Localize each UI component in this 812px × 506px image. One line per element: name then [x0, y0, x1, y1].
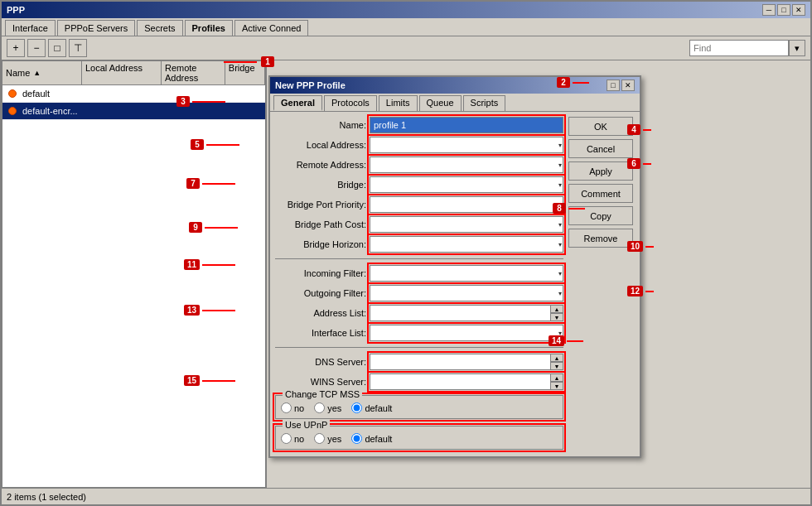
- tcp-mss-default-label[interactable]: default: [351, 402, 392, 413]
- list-item[interactable]: default-encr...: [2, 103, 265, 120]
- minimize-button[interactable]: ─: [762, 4, 776, 16]
- edit-button[interactable]: □: [48, 39, 66, 57]
- remote-address-select[interactable]: [370, 157, 563, 173]
- bridge-path-cost-label: Bridge Path Cost:: [275, 219, 366, 229]
- close-button[interactable]: ✕: [792, 4, 805, 16]
- tcp-mss-yes-label[interactable]: yes: [314, 402, 341, 413]
- col-header-local[interactable]: Local Address: [82, 61, 162, 84]
- comment-button[interactable]: Comment: [568, 184, 633, 203]
- form-separator-1: [275, 258, 563, 259]
- tcp-mss-yes-radio[interactable]: [314, 402, 325, 413]
- col-header-remote[interactable]: Remote Address: [162, 61, 225, 84]
- tab-active-connections[interactable]: Active Conned: [234, 20, 309, 36]
- bridge-path-cost-select[interactable]: [370, 216, 563, 233]
- dialog-form: Name: Local Address: ▾ Remote Address:: [275, 117, 563, 451]
- main-titlebar: PPP ─ □ ✕: [2, 2, 810, 18]
- use-upnp-group: Use UPnP no yes: [275, 426, 563, 450]
- remove-button[interactable]: Remove: [568, 229, 633, 248]
- bridge-path-cost-row: Bridge Path Cost: ▾: [275, 216, 563, 233]
- wins-server-row: WINS Server: ▲ ▼: [275, 373, 563, 390]
- bridge-port-priority-row: Bridge Port Priority: ▾: [275, 196, 563, 213]
- local-address-row: Local Address: ▾: [275, 137, 563, 153]
- filter-button[interactable]: ⊤: [69, 39, 87, 57]
- incoming-filter-select[interactable]: [370, 265, 563, 282]
- find-dropdown[interactable]: ▾: [789, 40, 805, 56]
- main-window-controls: ─ □ ✕: [762, 4, 805, 16]
- bridge-label: Bridge:: [275, 180, 366, 190]
- tab-general[interactable]: General: [273, 95, 322, 111]
- tab-scripts[interactable]: Scripts: [463, 95, 506, 111]
- interface-list-select[interactable]: [370, 325, 563, 341]
- apply-button[interactable]: Apply: [568, 161, 633, 181]
- cancel-button[interactable]: Cancel: [568, 139, 633, 158]
- dialog-close-button[interactable]: ✕: [621, 80, 635, 91]
- toolbar: + − □ ⊤ ▾: [2, 36, 810, 60]
- local-address-label: Local Address:: [275, 140, 366, 150]
- dns-server-spinners: ▲ ▼: [550, 354, 563, 370]
- address-list-up[interactable]: ▲: [550, 305, 563, 313]
- tcp-mss-default-radio[interactable]: [351, 402, 362, 413]
- wins-server-down[interactable]: ▼: [550, 382, 563, 390]
- tab-interface[interactable]: Interface: [5, 20, 56, 36]
- col-header-bridge[interactable]: Bridge: [225, 61, 265, 84]
- tcp-mss-no-radio[interactable]: [281, 402, 292, 413]
- dialog-body: Name: Local Address: ▾ Remote Address:: [270, 112, 640, 456]
- ok-button[interactable]: OK: [568, 117, 633, 136]
- dialog-buttons: OK Cancel Apply Comment Copy Remove: [568, 117, 635, 451]
- dns-server-field[interactable]: [370, 354, 550, 370]
- copy-button[interactable]: Copy: [568, 206, 633, 225]
- new-ppp-profile-dialog: New PPP Profile □ ✕ General Protocols Li…: [268, 75, 641, 458]
- status-text: 2 items (1 selected): [7, 492, 86, 502]
- tab-protocols[interactable]: Protocols: [324, 95, 377, 111]
- tcp-mss-no-label[interactable]: no: [281, 402, 304, 413]
- bridge-port-priority-label: Bridge Port Priority:: [275, 200, 366, 210]
- upnp-default-radio[interactable]: [351, 433, 362, 444]
- dns-server-down[interactable]: ▼: [550, 362, 563, 370]
- address-list-down[interactable]: ▼: [550, 313, 563, 321]
- add-button[interactable]: +: [7, 39, 25, 57]
- remote-address-label: Remote Address:: [275, 160, 366, 170]
- upnp-no-label[interactable]: no: [281, 433, 304, 444]
- main-window: PPP ─ □ ✕ Interface PPPoE Servers Secret…: [0, 0, 812, 506]
- dns-server-label: DNS Server:: [275, 357, 366, 367]
- upnp-default-label[interactable]: default: [351, 433, 392, 444]
- wins-server-spinners: ▲ ▼: [550, 373, 563, 390]
- wins-server-field[interactable]: [370, 373, 550, 390]
- col-header-name[interactable]: Name ▲: [2, 61, 82, 84]
- address-list-field[interactable]: [370, 305, 550, 321]
- profiles-list-panel: Name ▲ Local Address Remote Address Brid…: [2, 60, 267, 488]
- wins-server-up[interactable]: ▲: [550, 373, 563, 382]
- list-header: Name ▲ Local Address Remote Address Brid…: [2, 61, 265, 85]
- status-bar: 2 items (1 selected): [2, 488, 810, 504]
- list-item[interactable]: default: [2, 85, 265, 103]
- outgoing-filter-select[interactable]: [370, 285, 563, 301]
- name-field[interactable]: [370, 117, 563, 133]
- bridge-horizon-row: Bridge Horizon: ▾: [275, 236, 563, 253]
- tab-queue[interactable]: Queue: [419, 95, 462, 111]
- upnp-yes-label[interactable]: yes: [314, 433, 341, 444]
- upnp-yes-radio[interactable]: [314, 433, 325, 444]
- find-input[interactable]: [689, 40, 789, 56]
- dns-server-up[interactable]: ▲: [550, 354, 563, 362]
- dialog-maximize-button[interactable]: □: [607, 80, 620, 91]
- name-label: Name:: [275, 120, 366, 130]
- upnp-radio-group: no yes default: [281, 430, 558, 444]
- item-icon: [6, 104, 19, 118]
- tab-profiles[interactable]: Profiles: [185, 20, 233, 36]
- maximize-button[interactable]: □: [777, 4, 790, 16]
- bridge-port-priority-select[interactable]: [370, 196, 563, 213]
- tab-pppoe-servers[interactable]: PPPoE Servers: [57, 20, 135, 36]
- change-tcp-mss-group: Change TCP MSS no yes: [275, 395, 563, 419]
- tab-secrets[interactable]: Secrets: [137, 20, 182, 36]
- remote-address-row: Remote Address: ▾: [275, 157, 563, 173]
- local-address-select[interactable]: [370, 137, 563, 153]
- dns-server-row: DNS Server: ▲ ▼: [275, 354, 563, 370]
- wins-server-label: WINS Server:: [275, 377, 366, 387]
- remove-button[interactable]: −: [27, 39, 46, 57]
- upnp-no-radio[interactable]: [281, 433, 292, 444]
- dialog-window-controls: □ ✕: [607, 80, 635, 91]
- tab-limits[interactable]: Limits: [379, 95, 418, 111]
- bridge-select[interactable]: [370, 176, 563, 193]
- bridge-horizon-select[interactable]: [370, 236, 563, 253]
- content-area: Name ▲ Local Address Remote Address Brid…: [2, 60, 810, 488]
